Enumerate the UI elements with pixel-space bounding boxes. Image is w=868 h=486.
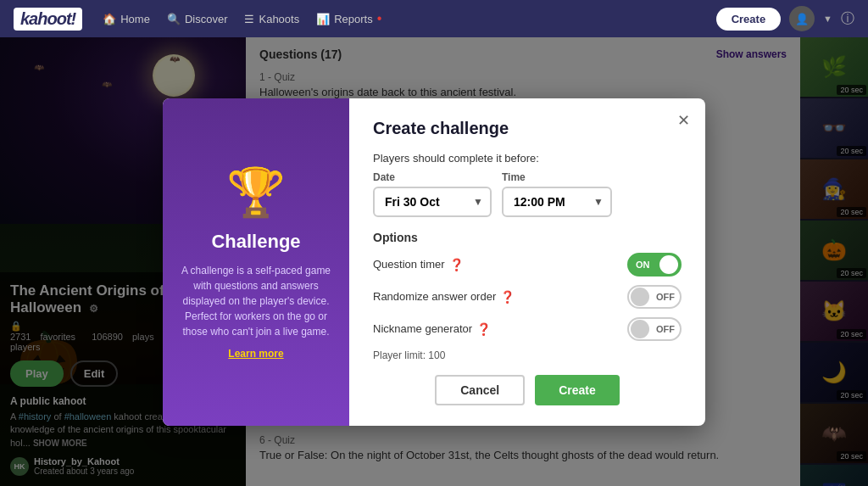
- home-icon: 🏠: [103, 13, 116, 25]
- player-limit: Player limit: 100: [373, 349, 682, 361]
- nav-reports-label: Reports: [334, 13, 373, 25]
- modal-footer: Cancel Create: [373, 375, 682, 405]
- create-button[interactable]: Create: [716, 8, 781, 31]
- nav-kahoots[interactable]: ☰ Kahoots: [244, 13, 299, 25]
- modal-challenge-description: A challenge is a self-paced game with qu…: [180, 263, 332, 339]
- nickname-generator-label: Nickname generator ❓: [373, 322, 491, 336]
- nav-items: 🏠 Home 🔍 Discover ☰ Kahoots 📊 Reports •: [103, 11, 695, 26]
- modal-title: Create challenge: [373, 119, 682, 138]
- nav-home-label: Home: [120, 13, 150, 25]
- kahoots-icon: ☰: [244, 13, 254, 25]
- question-timer-toggle[interactable]: ON: [627, 253, 682, 277]
- complete-before-label: Players should complete it before:: [373, 152, 682, 165]
- randomize-order-off-label: OFF: [656, 292, 675, 302]
- randomize-order-toggle[interactable]: OFF: [627, 285, 682, 309]
- nickname-generator-toggle[interactable]: OFF: [627, 317, 682, 341]
- time-select[interactable]: 12:00 PM 1:00 PM 2:00 PM: [502, 187, 612, 217]
- nickname-help-icon[interactable]: ❓: [476, 322, 491, 336]
- modal-left-panel: 🏆 Challenge A challenge is a self-paced …: [163, 98, 349, 426]
- help-icon[interactable]: ⓘ: [841, 10, 854, 28]
- modal-challenge-title: Challenge: [211, 231, 300, 253]
- chevron-down-icon: ▼: [823, 14, 832, 24]
- date-label: Date: [373, 171, 492, 183]
- nav-right: Create 👤 ▼ ⓘ: [716, 6, 854, 31]
- randomize-help-icon[interactable]: ❓: [500, 290, 515, 304]
- modal-right-panel: ✕ Create challenge Players should comple…: [349, 98, 705, 426]
- question-timer-on-label: ON: [636, 260, 650, 270]
- question-timer-knob: [659, 255, 678, 274]
- randomize-order-label: Randomize answer order ❓: [373, 290, 515, 304]
- randomize-order-knob: [631, 288, 649, 306]
- date-select-wrapper: Fri 30 Oct Sat 31 Oct Sun 1 Nov ▼: [373, 187, 492, 217]
- learn-more-link[interactable]: Learn more: [228, 348, 283, 360]
- modal-overlay: 🏆 Challenge A challenge is a self-paced …: [0, 37, 868, 486]
- nav-reports[interactable]: 📊 Reports •: [316, 11, 381, 26]
- options-title: Options: [373, 231, 682, 244]
- date-time-row: Date Fri 30 Oct Sat 31 Oct Sun 1 Nov ▼ T…: [373, 171, 682, 217]
- time-label: Time: [502, 171, 612, 183]
- question-timer-label: Question timer ❓: [373, 258, 464, 271]
- create-challenge-modal: 🏆 Challenge A challenge is a self-paced …: [163, 98, 705, 426]
- question-timer-help-icon[interactable]: ❓: [449, 258, 464, 271]
- randomize-order-row: Randomize answer order ❓ OFF: [373, 285, 682, 309]
- nav-home[interactable]: 🏠 Home: [103, 13, 150, 25]
- nav-kahoots-label: Kahoots: [259, 13, 299, 25]
- time-select-wrapper: 12:00 PM 1:00 PM 2:00 PM ▼: [502, 187, 612, 217]
- date-select[interactable]: Fri 30 Oct Sat 31 Oct Sun 1 Nov: [373, 187, 492, 217]
- avatar[interactable]: 👤: [789, 6, 815, 31]
- main-background: 🦇 🦇 🦇 🎃 The Ancient Origins of Halloween…: [0, 37, 868, 486]
- nav-discover[interactable]: 🔍 Discover: [167, 13, 228, 25]
- trophy-icon: 🏆: [226, 165, 286, 221]
- options-section: Options Question timer ❓ ON: [373, 231, 682, 341]
- cancel-button[interactable]: Cancel: [435, 375, 525, 405]
- modal-close-button[interactable]: ✕: [671, 109, 695, 132]
- navbar: kahoot! 🏠 Home 🔍 Discover ☰ Kahoots 📊 Re…: [0, 0, 868, 37]
- create-button[interactable]: Create: [535, 375, 620, 405]
- logo: kahoot!: [14, 8, 82, 31]
- nickname-off-label: OFF: [656, 324, 675, 334]
- time-field: Time 12:00 PM 1:00 PM 2:00 PM ▼: [502, 171, 612, 217]
- nickname-knob: [631, 320, 649, 338]
- nickname-generator-row: Nickname generator ❓ OFF: [373, 317, 682, 341]
- date-field: Date Fri 30 Oct Sat 31 Oct Sun 1 Nov ▼: [373, 171, 492, 217]
- reports-icon: 📊: [316, 13, 330, 25]
- nav-discover-label: Discover: [185, 13, 228, 25]
- reports-badge: •: [377, 11, 382, 26]
- question-timer-row: Question timer ❓ ON: [373, 253, 682, 277]
- discover-icon: 🔍: [167, 13, 181, 25]
